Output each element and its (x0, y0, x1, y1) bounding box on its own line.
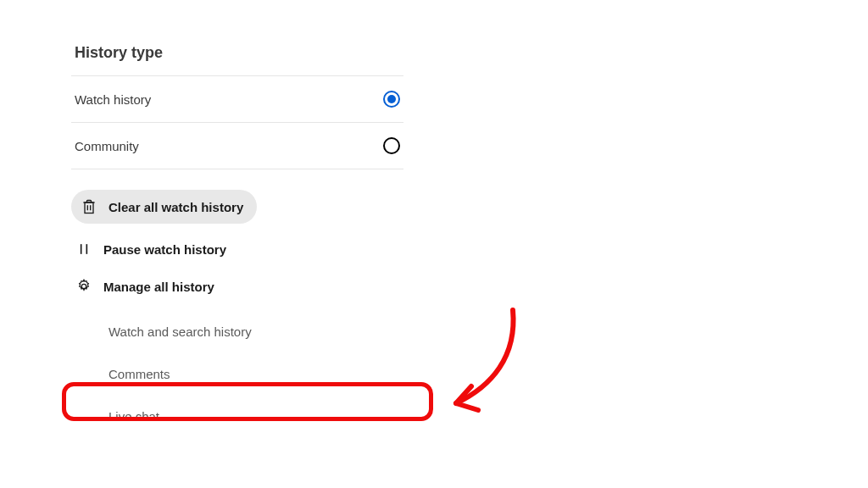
section-title: History type (75, 44, 403, 62)
annotation-arrow-icon (432, 302, 534, 429)
radio-row-community[interactable]: Community (71, 123, 403, 169)
history-type-panel: History type Watch history Community Cle… (71, 44, 403, 437)
divider (71, 169, 403, 169)
sub-item-comments[interactable]: Comments (71, 352, 403, 395)
clear-all-watch-history-button[interactable]: Clear all watch history (71, 190, 257, 224)
radio-label-community: Community (75, 139, 139, 153)
gear-icon (75, 277, 93, 296)
trash-icon (80, 197, 98, 216)
radio-row-watch-history[interactable]: Watch history (71, 76, 403, 122)
sub-item-watch-search[interactable]: Watch and search history (71, 310, 403, 352)
radio-label-watch-history: Watch history (75, 92, 151, 107)
radio-selected-icon (383, 91, 400, 108)
sub-label-comments: Comments (108, 367, 170, 381)
pause-label: Pause watch history (103, 242, 226, 257)
action-list: Clear all watch history Pause watch hist… (71, 190, 403, 437)
pause-icon (75, 240, 93, 258)
manage-sub-list: Watch and search history Comments Live c… (71, 310, 403, 437)
pause-watch-history-button[interactable]: Pause watch history (71, 230, 403, 268)
clear-all-label: Clear all watch history (108, 200, 243, 214)
sub-label-live-chat: Live chat (108, 409, 159, 424)
manage-label: Manage all history (103, 280, 214, 294)
sub-item-live-chat[interactable]: Live chat (71, 395, 403, 437)
manage-all-history-button[interactable]: Manage all history (71, 268, 403, 305)
sub-label-watch-search: Watch and search history (108, 324, 252, 339)
svg-rect-0 (85, 202, 93, 214)
radio-unselected-icon (383, 137, 400, 154)
svg-point-6 (81, 284, 86, 288)
